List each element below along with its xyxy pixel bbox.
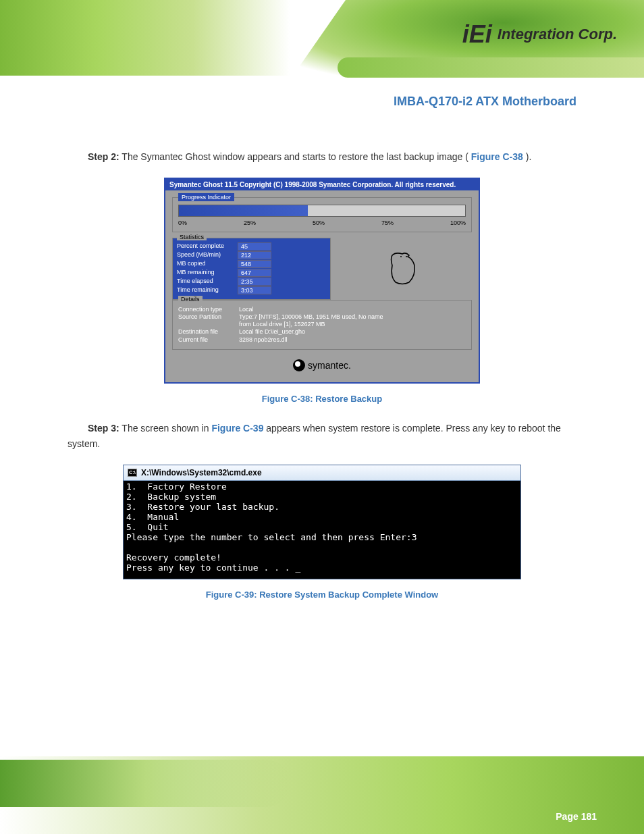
cmd-title-text: X:\Windows\System32\cmd.exe <box>141 468 262 477</box>
brand-logo: iEi Integration Corp. <box>462 20 617 49</box>
detail-row: Connection typeLocal <box>178 306 466 313</box>
ghost-ticks: 0% 25% 50% 75% 100% <box>178 219 466 226</box>
tick-25: 25% <box>244 219 256 226</box>
page-content: IMBA-Q170-i2 ATX Motherboard Step 2: The… <box>68 95 576 617</box>
figure-caption-1: Figure C-38: Restore Backup <box>68 394 576 404</box>
symantec-logo-area: symantec. <box>172 355 472 375</box>
step-3: Step 3: The screen shown in Figure C-39 … <box>68 421 576 451</box>
step-2-text-a: The Symantec Ghost window appears and st… <box>122 151 468 162</box>
detail-row: Source PartitionType:7 [NTFS], 100006 MB… <box>178 313 466 320</box>
figure-caption-2: Figure C-39: Restore System Backup Compl… <box>68 590 576 600</box>
stat-row: MB remaining647 <box>177 269 326 277</box>
stat-row: MB copied548 <box>177 260 326 268</box>
step-3-num: Step 3: <box>88 423 119 434</box>
header-banner: iEi Integration Corp. <box>0 0 644 76</box>
logo-sub: Integration Corp. <box>498 26 617 43</box>
stat-row: Percent complete45 <box>177 242 326 251</box>
product-title: IMBA-Q170-i2 ATX Motherboard <box>68 95 576 109</box>
step-2-num: Step 2: <box>88 151 119 162</box>
ghost-stats-area: Statistics Percent complete45 Speed (MB/… <box>172 238 472 300</box>
step-2: Step 2: The Symantec Ghost window appear… <box>68 149 576 164</box>
page-number: Page 181 <box>556 811 597 822</box>
tick-0: 0% <box>178 219 187 226</box>
ghost-progress-bar <box>178 205 466 217</box>
tick-75: 75% <box>381 219 394 226</box>
ghost-mascot <box>339 238 472 300</box>
ghost-details-title: Details <box>178 296 203 303</box>
cmd-titlebar: C:\ X:\Windows\System32\cmd.exe <box>124 465 520 481</box>
ghost-progress-group: Progress Indicator 0% 25% 50% 75% 100% <box>172 197 472 232</box>
symantec-text: symantec. <box>308 360 351 371</box>
ghost-progress-fill <box>179 205 308 216</box>
stat-row: Speed (MB/min)212 <box>177 251 326 259</box>
ghost-titlebar: Symantec Ghost 11.5 Copyright (C) 1998-2… <box>165 179 479 190</box>
ghost-stats-title: Statistics <box>177 234 207 240</box>
detail-row: Destination fileLocal file D:\iei_user.g… <box>178 328 466 335</box>
logo-main: iEi <box>462 20 492 49</box>
step-2-text-b: ). <box>526 151 532 162</box>
svg-point-1 <box>406 256 407 257</box>
stat-row: Time remaining3:03 <box>177 286 326 294</box>
ghost-window: Symantec Ghost 11.5 Copyright (C) 1998-2… <box>164 178 480 384</box>
footer-banner: Page 181 <box>0 756 644 834</box>
ghost-stats: Statistics Percent complete45 Speed (MB/… <box>172 238 331 300</box>
detail-row: from Local drive [1], 152627 MB <box>178 321 466 328</box>
cmd-body: 1. Factory Restore 2. Backup system 3. R… <box>124 481 520 579</box>
ghost-body: Progress Indicator 0% 25% 50% 75% 100% S… <box>165 190 479 382</box>
stat-row: Time elapsed2:35 <box>177 278 326 286</box>
symantec-icon <box>293 359 305 371</box>
tick-50: 50% <box>313 219 325 226</box>
step-2-figref: Figure C-38 <box>471 151 523 162</box>
step-3-figref: Figure C-39 <box>211 423 263 434</box>
step-3-text-a: The screen shown in <box>122 423 211 434</box>
header-curve <box>338 57 644 78</box>
detail-row: Current file3288 npob2res.dll <box>178 336 466 343</box>
footer-decor <box>0 760 290 807</box>
ghost-details: Details Connection typeLocal Source Part… <box>172 300 472 350</box>
tick-100: 100% <box>450 219 466 226</box>
svg-point-0 <box>400 256 402 257</box>
cmd-icon: C:\ <box>128 469 137 477</box>
cmd-window: C:\ X:\Windows\System32\cmd.exe 1. Facto… <box>123 465 521 579</box>
ghost-progress-label: Progress Indicator <box>178 193 234 201</box>
ghost-icon <box>382 249 429 289</box>
